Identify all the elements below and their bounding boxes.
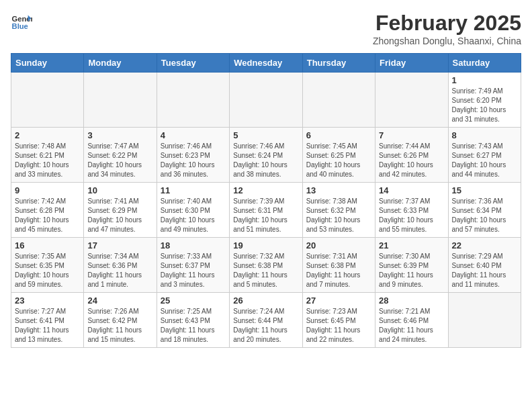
day-number: 23 — [15, 295, 80, 306]
day-info: Sunrise: 7:33 AM Sunset: 6:37 PM Dayligh… — [161, 252, 226, 289]
day-info: Sunrise: 7:26 AM Sunset: 6:42 PM Dayligh… — [87, 307, 152, 345]
day-number: 20 — [306, 240, 371, 250]
calendar-cell: 3Sunrise: 7:47 AM Sunset: 6:22 PM Daylig… — [84, 128, 157, 183]
calendar-cell: 9Sunrise: 7:42 AM Sunset: 6:28 PM Daylig… — [11, 183, 84, 238]
calendar-cell: 19Sunrise: 7:32 AM Sunset: 6:38 PM Dayli… — [230, 238, 302, 293]
day-number: 7 — [379, 130, 444, 140]
weekday-header-thursday: Thursday — [302, 54, 375, 73]
day-number: 27 — [306, 295, 371, 306]
day-number: 13 — [306, 185, 371, 195]
calendar-cell: 27Sunrise: 7:23 AM Sunset: 6:45 PM Dayli… — [302, 293, 375, 348]
day-number: 1 — [452, 75, 517, 85]
calendar-cell: 5Sunrise: 7:46 AM Sunset: 6:24 PM Daylig… — [230, 128, 302, 183]
day-info: Sunrise: 7:38 AM Sunset: 6:32 PM Dayligh… — [306, 197, 371, 234]
svg-text:Blue: Blue — [12, 22, 28, 30]
day-info: Sunrise: 7:49 AM Sunset: 6:20 PM Dayligh… — [452, 87, 517, 124]
day-number: 12 — [233, 185, 298, 195]
calendar-cell — [302, 73, 375, 128]
calendar-cell — [157, 73, 229, 128]
day-number: 15 — [452, 185, 517, 195]
calendar-cell — [230, 73, 302, 128]
calendar-cell: 10Sunrise: 7:41 AM Sunset: 6:29 PM Dayli… — [84, 183, 157, 238]
calendar-cell: 25Sunrise: 7:25 AM Sunset: 6:43 PM Dayli… — [157, 293, 229, 348]
calendar-cell: 6Sunrise: 7:45 AM Sunset: 6:25 PM Daylig… — [302, 128, 375, 183]
calendar-cell: 21Sunrise: 7:30 AM Sunset: 6:39 PM Dayli… — [375, 238, 448, 293]
day-info: Sunrise: 7:30 AM Sunset: 6:39 PM Dayligh… — [379, 252, 444, 289]
day-number: 19 — [233, 240, 298, 250]
calendar-cell: 18Sunrise: 7:33 AM Sunset: 6:37 PM Dayli… — [157, 238, 229, 293]
calendar-cell — [84, 73, 157, 128]
day-info: Sunrise: 7:32 AM Sunset: 6:38 PM Dayligh… — [233, 252, 298, 289]
day-number: 11 — [161, 185, 226, 195]
calendar-cell: 7Sunrise: 7:44 AM Sunset: 6:26 PM Daylig… — [375, 128, 448, 183]
calendar-cell: 2Sunrise: 7:48 AM Sunset: 6:21 PM Daylig… — [11, 128, 84, 183]
weekday-header-tuesday: Tuesday — [157, 54, 229, 73]
day-info: Sunrise: 7:41 AM Sunset: 6:29 PM Dayligh… — [87, 197, 152, 234]
calendar-cell: 26Sunrise: 7:24 AM Sunset: 6:44 PM Dayli… — [230, 293, 302, 348]
day-info: Sunrise: 7:21 AM Sunset: 6:46 PM Dayligh… — [379, 307, 444, 345]
day-number: 22 — [452, 240, 517, 250]
day-info: Sunrise: 7:47 AM Sunset: 6:22 PM Dayligh… — [87, 142, 152, 179]
day-info: Sunrise: 7:43 AM Sunset: 6:27 PM Dayligh… — [452, 142, 517, 179]
day-number: 9 — [15, 185, 80, 195]
day-info: Sunrise: 7:42 AM Sunset: 6:28 PM Dayligh… — [15, 197, 80, 234]
calendar-cell: 28Sunrise: 7:21 AM Sunset: 6:46 PM Dayli… — [375, 293, 448, 348]
day-number: 5 — [233, 130, 298, 140]
day-info: Sunrise: 7:40 AM Sunset: 6:30 PM Dayligh… — [161, 197, 226, 234]
day-number: 25 — [161, 295, 226, 306]
calendar-week-1: 1Sunrise: 7:49 AM Sunset: 6:20 PM Daylig… — [11, 73, 521, 128]
day-info: Sunrise: 7:35 AM Sunset: 6:35 PM Dayligh… — [15, 252, 80, 289]
day-number: 10 — [87, 185, 152, 195]
calendar-cell: 17Sunrise: 7:34 AM Sunset: 6:36 PM Dayli… — [84, 238, 157, 293]
calendar-week-5: 23Sunrise: 7:27 AM Sunset: 6:41 PM Dayli… — [11, 293, 521, 348]
day-info: Sunrise: 7:36 AM Sunset: 6:34 PM Dayligh… — [452, 197, 517, 234]
location: Zhongshan Donglu, Shaanxi, China — [373, 36, 521, 46]
weekday-header-wednesday: Wednesday — [230, 54, 302, 73]
calendar-week-2: 2Sunrise: 7:48 AM Sunset: 6:21 PM Daylig… — [11, 128, 521, 183]
day-info: Sunrise: 7:44 AM Sunset: 6:26 PM Dayligh… — [379, 142, 444, 179]
calendar-cell — [11, 73, 84, 128]
calendar-cell: 16Sunrise: 7:35 AM Sunset: 6:35 PM Dayli… — [11, 238, 84, 293]
day-info: Sunrise: 7:31 AM Sunset: 6:38 PM Dayligh… — [306, 252, 371, 289]
weekday-header-monday: Monday — [84, 54, 157, 73]
weekday-header-sunday: Sunday — [11, 54, 84, 73]
day-info: Sunrise: 7:24 AM Sunset: 6:44 PM Dayligh… — [233, 307, 298, 345]
calendar-cell — [448, 293, 521, 348]
day-number: 8 — [452, 130, 517, 140]
page-header: General Blue February 2025 Zhongshan Don… — [11, 11, 521, 46]
calendar-cell: 22Sunrise: 7:29 AM Sunset: 6:40 PM Dayli… — [448, 238, 521, 293]
day-number: 3 — [87, 130, 152, 140]
day-info: Sunrise: 7:29 AM Sunset: 6:40 PM Dayligh… — [452, 252, 517, 289]
calendar-cell: 11Sunrise: 7:40 AM Sunset: 6:30 PM Dayli… — [157, 183, 229, 238]
day-info: Sunrise: 7:25 AM Sunset: 6:43 PM Dayligh… — [161, 307, 226, 345]
calendar-cell: 24Sunrise: 7:26 AM Sunset: 6:42 PM Dayli… — [84, 293, 157, 348]
day-info: Sunrise: 7:48 AM Sunset: 6:21 PM Dayligh… — [15, 142, 80, 179]
calendar-cell: 14Sunrise: 7:37 AM Sunset: 6:33 PM Dayli… — [375, 183, 448, 238]
calendar-cell: 12Sunrise: 7:39 AM Sunset: 6:31 PM Dayli… — [230, 183, 302, 238]
day-info: Sunrise: 7:27 AM Sunset: 6:41 PM Dayligh… — [15, 307, 80, 345]
day-number: 17 — [87, 240, 152, 250]
day-number: 21 — [379, 240, 444, 250]
calendar-week-3: 9Sunrise: 7:42 AM Sunset: 6:28 PM Daylig… — [11, 183, 521, 238]
calendar-cell: 1Sunrise: 7:49 AM Sunset: 6:20 PM Daylig… — [448, 73, 521, 128]
calendar-cell: 20Sunrise: 7:31 AM Sunset: 6:38 PM Dayli… — [302, 238, 375, 293]
day-number: 16 — [15, 240, 80, 250]
calendar-cell: 4Sunrise: 7:46 AM Sunset: 6:23 PM Daylig… — [157, 128, 229, 183]
calendar-week-4: 16Sunrise: 7:35 AM Sunset: 6:35 PM Dayli… — [11, 238, 521, 293]
day-number: 6 — [306, 130, 371, 140]
logo: General Blue — [11, 11, 32, 32]
day-info: Sunrise: 7:39 AM Sunset: 6:31 PM Dayligh… — [233, 197, 298, 234]
calendar-cell: 15Sunrise: 7:36 AM Sunset: 6:34 PM Dayli… — [448, 183, 521, 238]
day-info: Sunrise: 7:46 AM Sunset: 6:23 PM Dayligh… — [161, 142, 226, 179]
day-number: 18 — [161, 240, 226, 250]
calendar-cell: 8Sunrise: 7:43 AM Sunset: 6:27 PM Daylig… — [448, 128, 521, 183]
day-number: 24 — [87, 295, 152, 306]
weekday-header-friday: Friday — [375, 54, 448, 73]
day-number: 26 — [233, 295, 298, 306]
day-number: 2 — [15, 130, 80, 140]
weekday-header-row: SundayMondayTuesdayWednesdayThursdayFrid… — [11, 54, 521, 73]
day-number: 28 — [379, 295, 444, 306]
day-info: Sunrise: 7:37 AM Sunset: 6:33 PM Dayligh… — [379, 197, 444, 234]
calendar-cell: 23Sunrise: 7:27 AM Sunset: 6:41 PM Dayli… — [11, 293, 84, 348]
title-block: February 2025 Zhongshan Donglu, Shaanxi,… — [373, 11, 521, 46]
